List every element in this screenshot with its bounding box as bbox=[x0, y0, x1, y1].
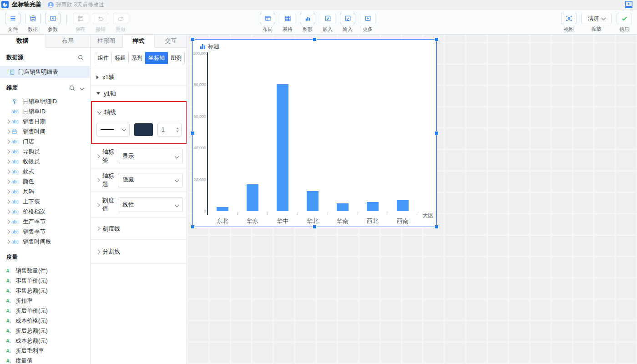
chevron-down-icon[interactable] bbox=[80, 86, 85, 90]
axis-label-section[interactable]: 轴标签 bbox=[96, 148, 118, 164]
chart-widget[interactable]: 标题 020,00040,00060,00080,000100,000东北华东华… bbox=[192, 39, 437, 227]
resize-handle[interactable] bbox=[313, 37, 317, 41]
resize-handle[interactable] bbox=[191, 225, 195, 229]
subtab-item[interactable]: 系列 bbox=[128, 52, 146, 64]
subtab-item[interactable]: 组件 bbox=[95, 52, 112, 64]
grid-line-section[interactable]: 分割线 bbox=[96, 248, 121, 256]
resize-handle[interactable] bbox=[191, 37, 195, 41]
chevron-right-icon[interactable] bbox=[6, 149, 10, 153]
subtab-item[interactable]: 标题 bbox=[111, 52, 129, 64]
dimension-item[interactable]: abc生产季节 bbox=[0, 217, 90, 227]
chevron-right-icon[interactable] bbox=[6, 119, 10, 123]
layout-button[interactable]: 布局 bbox=[260, 13, 275, 33]
chevron-right-icon[interactable] bbox=[6, 239, 10, 243]
dimension-item[interactable]: abc销售时间段 bbox=[0, 237, 90, 247]
measure-item[interactable]: #.折后单价(元) bbox=[0, 306, 90, 316]
measure-item[interactable]: #.折扣率 bbox=[0, 296, 90, 306]
dimension-item[interactable]: abc导购员 bbox=[0, 147, 90, 157]
axis-line-style-select[interactable] bbox=[96, 123, 130, 136]
chevron-right-icon[interactable] bbox=[6, 129, 10, 133]
dimension-item[interactable]: abc尺码 bbox=[0, 187, 90, 197]
scale-value-section[interactable]: 刻度值 bbox=[96, 197, 118, 213]
tab-layout[interactable]: 布局 bbox=[46, 35, 91, 47]
info-button[interactable]: 信息 bbox=[617, 13, 632, 33]
file-button[interactable]: 文件 bbox=[5, 13, 20, 33]
measure-item[interactable]: #.成本总额(元) bbox=[0, 336, 90, 346]
axis-label-select[interactable]: 显示 bbox=[118, 149, 183, 163]
dimension-item[interactable]: abc门店 bbox=[0, 136, 90, 147]
measure-item[interactable]: #销售数量(件) bbox=[0, 266, 90, 276]
dimension-item[interactable]: abc销售季节 bbox=[0, 227, 90, 237]
bar[interactable] bbox=[307, 191, 318, 211]
chevron-right-icon[interactable] bbox=[6, 219, 10, 223]
measure-item[interactable]: #.成本价格(元) bbox=[0, 316, 90, 326]
tab-interaction[interactable]: 交互 bbox=[155, 35, 187, 47]
section-y1-axis[interactable]: y1轴 bbox=[91, 86, 187, 101]
data-button[interactable]: 数据 bbox=[25, 13, 40, 33]
dimension-item[interactable]: 日销单明细ID bbox=[0, 96, 90, 106]
undo-button[interactable]: 撤销 bbox=[93, 13, 108, 33]
resize-handle[interactable] bbox=[435, 225, 439, 229]
tick-line-section[interactable]: 刻度线 bbox=[96, 225, 121, 233]
subtab-item[interactable]: 图例 bbox=[167, 52, 185, 64]
chevron-right-icon[interactable] bbox=[6, 189, 10, 193]
chevron-right-icon[interactable] bbox=[6, 139, 10, 143]
dimension-item[interactable]: abc价格档次 bbox=[0, 207, 90, 217]
dimension-item[interactable]: abc日销单ID bbox=[0, 106, 90, 116]
redo-button[interactable]: 重做 bbox=[113, 13, 128, 33]
search-icon[interactable] bbox=[78, 55, 84, 61]
resize-handle[interactable] bbox=[313, 225, 317, 229]
dimension-item[interactable]: abc收银员 bbox=[0, 157, 90, 167]
bar[interactable] bbox=[397, 200, 409, 211]
input-button[interactable]: 输入 bbox=[340, 13, 355, 33]
axis-line-section[interactable]: 轴线 bbox=[92, 106, 186, 119]
dimension-item[interactable]: 销售时间 bbox=[0, 126, 90, 136]
parameter-button[interactable]: 参数 bbox=[45, 13, 61, 33]
section-x1-axis[interactable]: x1轴 bbox=[91, 69, 187, 86]
dimension-item[interactable]: abc销售日期 bbox=[0, 116, 90, 126]
chevron-right-icon[interactable] bbox=[6, 209, 10, 213]
axis-line-color-swatch[interactable] bbox=[134, 123, 153, 136]
chevron-right-icon[interactable] bbox=[6, 169, 10, 173]
axis-line-width-input[interactable]: 1 bbox=[157, 123, 182, 136]
measure-item[interactable]: #.零售总额(元) bbox=[0, 286, 90, 296]
search-icon[interactable] bbox=[69, 85, 75, 91]
dashboard-canvas[interactable]: 标题 020,00040,00060,00080,000100,000东北华东华… bbox=[187, 35, 637, 364]
table-button[interactable]: 表格 bbox=[280, 13, 295, 33]
chevron-right-icon[interactable] bbox=[6, 159, 10, 163]
preview-button[interactable] bbox=[625, 1, 632, 8]
measure-item[interactable]: #.折后总额(元) bbox=[0, 326, 90, 336]
bar[interactable] bbox=[217, 207, 228, 211]
dimension-item[interactable]: abc上下装 bbox=[0, 197, 90, 207]
resize-handle[interactable] bbox=[191, 131, 195, 135]
measure-item[interactable]: #.度量值 bbox=[0, 356, 90, 364]
more-button[interactable]: 更多 bbox=[360, 13, 375, 33]
chart-button[interactable]: 图形 bbox=[300, 13, 315, 33]
embed-button[interactable]: 嵌入 bbox=[320, 13, 335, 33]
tab-data[interactable]: 数据 bbox=[0, 35, 46, 48]
stepper-down-icon[interactable] bbox=[176, 131, 179, 132]
dimension-item[interactable]: abc颜色 bbox=[0, 177, 90, 187]
datasource-item[interactable]: 门店销售明细表 bbox=[0, 66, 90, 78]
chevron-right-icon[interactable] bbox=[6, 229, 10, 233]
view-button[interactable]: 视图 bbox=[561, 13, 576, 33]
resize-handle[interactable] bbox=[435, 131, 439, 135]
chevron-right-icon[interactable] bbox=[6, 179, 10, 183]
measure-item[interactable]: #.零售单价(元) bbox=[0, 276, 90, 286]
axis-title-select[interactable]: 隐藏 bbox=[118, 173, 183, 187]
axis-title-section[interactable]: 轴标题 bbox=[96, 172, 118, 188]
scale-value-select[interactable]: 线性 bbox=[118, 197, 183, 212]
bar[interactable] bbox=[367, 202, 379, 211]
zoom-select[interactable]: 满屏 bbox=[581, 13, 612, 24]
chevron-right-icon[interactable] bbox=[6, 199, 10, 203]
tab-chart-type[interactable]: 柱形图 bbox=[91, 35, 123, 47]
stepper-up-icon[interactable] bbox=[176, 127, 179, 129]
bar[interactable] bbox=[337, 203, 349, 211]
dimension-item[interactable]: abc款式 bbox=[0, 167, 90, 177]
measure-item[interactable]: #.折后毛利率 bbox=[0, 346, 90, 356]
subtab-active[interactable]: 坐标轴 bbox=[145, 52, 168, 64]
tab-style[interactable]: 样式 bbox=[123, 35, 155, 48]
save-button[interactable]: 保存 bbox=[73, 13, 88, 33]
bar[interactable] bbox=[247, 184, 258, 211]
resize-handle[interactable] bbox=[435, 37, 439, 41]
